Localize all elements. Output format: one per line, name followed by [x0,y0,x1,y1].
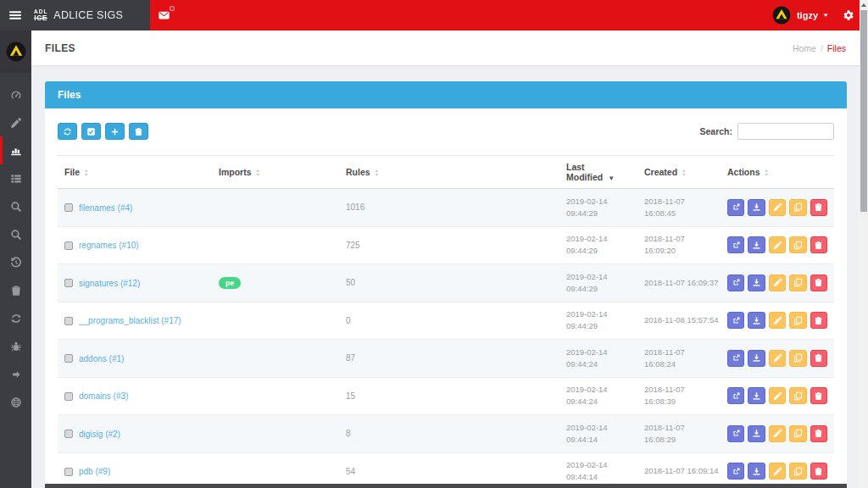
edit-button[interactable] [769,236,786,253]
row-checkbox[interactable] [64,392,73,401]
duplicate-button[interactable] [789,463,806,480]
open-button[interactable] [727,387,744,404]
download-button[interactable] [748,199,765,216]
column-header-created[interactable]: Created▲▼ [637,156,721,189]
add-button[interactable] [105,123,125,140]
sort-down-glyph: ▼ [375,173,379,177]
file-link[interactable]: regnames (#10) [79,241,139,250]
edit-button[interactable] [769,350,786,367]
avatar[interactable] [772,6,791,25]
delete-button[interactable] [810,350,827,367]
download-button[interactable] [748,425,765,442]
breadcrumb-home-link[interactable]: Home [793,43,816,53]
created-cell: 2018-11-07 16:08:45 [637,189,721,227]
open-button[interactable] [727,199,744,216]
open-button[interactable] [727,425,744,442]
sidebar-item-logout[interactable] [0,360,31,388]
duplicate-button[interactable] [789,350,806,367]
refresh-button[interactable] [58,123,77,140]
user-menu-button[interactable]: tigzy [797,10,829,20]
file-link[interactable]: filenames (#4) [79,203,132,213]
edit-button[interactable] [769,274,786,291]
sidebar-logo[interactable] [0,30,31,73]
gear-icon [843,9,854,21]
duplicate-button[interactable] [789,387,806,404]
delete-button[interactable] [810,312,827,329]
download-button[interactable] [748,236,765,253]
select-all-button[interactable] [81,123,101,140]
edit-button[interactable] [769,387,786,404]
delete-button[interactable] [810,274,827,291]
table-toolbar [58,123,148,140]
column-label: Actions [727,167,760,177]
menu-button[interactable] [8,9,23,21]
duplicate-button[interactable] [789,312,806,329]
row-checkbox[interactable] [64,468,73,476]
file-link[interactable]: signatures (#12) [79,279,140,288]
sidebar-item-lists[interactable] [0,164,31,192]
scrollbar-thumb[interactable] [860,10,867,212]
file-link[interactable]: addons (#1) [79,354,124,363]
duplicate-button[interactable] [789,425,806,442]
delete-button[interactable] [810,199,827,216]
delete-button[interactable] [810,387,827,404]
edit-button[interactable] [769,463,786,480]
scroll-up-arrow[interactable] [860,0,868,10]
download-button[interactable] [748,463,765,480]
delete-button[interactable] [129,123,148,140]
row-checkbox[interactable] [64,241,73,250]
row-checkbox[interactable] [64,430,73,438]
column-header-imports[interactable]: Imports▲▼ [212,156,339,189]
file-link[interactable]: __programs_blacklist (#17) [79,316,181,325]
column-header-file[interactable]: File▲▼ [58,156,212,189]
file-link[interactable]: pdb (#9) [79,467,110,476]
open-button[interactable] [727,236,744,253]
duplicate-button[interactable] [789,274,806,291]
search-input[interactable] [737,123,834,140]
sidebar-item-edit[interactable] [0,108,31,136]
page-scrollbar[interactable] [860,0,868,488]
edit-button[interactable] [769,425,786,442]
file-link[interactable]: digisig (#2) [79,430,120,439]
sidebar-item-sync[interactable] [0,304,31,332]
signout-icon [10,369,22,380]
column-header-actions[interactable]: Actions▲▼ [721,156,834,189]
delete-button[interactable] [810,463,827,480]
sidebar-item-dashboard[interactable] [0,80,31,108]
chart-icon [10,145,22,157]
open-button[interactable] [727,312,744,329]
copy-icon [793,278,803,287]
sidebar-item-advanced-search[interactable] [0,220,31,248]
delete-button[interactable] [810,236,827,253]
download-button[interactable] [748,274,765,291]
sidebar-item-web[interactable] [0,388,31,416]
row-checkbox[interactable] [64,203,73,212]
sidebar-item-files[interactable] [0,136,31,164]
open-button[interactable] [727,463,744,480]
download-button[interactable] [748,350,765,367]
messages-button[interactable] [158,9,170,21]
download-button[interactable] [748,387,765,404]
open-button[interactable] [727,274,744,291]
sidebar-item-history[interactable] [0,248,31,276]
imports-cell: pe [212,264,339,302]
sidebar-item-debug[interactable] [0,332,31,360]
sidebar-item-trash[interactable] [0,276,31,304]
edit-button[interactable] [769,199,786,216]
file-link[interactable]: domains (#3) [79,391,128,401]
column-header-rules[interactable]: Rules▲▼ [339,156,559,189]
row-checkbox[interactable] [64,317,73,325]
duplicate-button[interactable] [789,199,806,216]
column-label: Last Modified [566,162,603,182]
delete-button[interactable] [810,425,827,442]
copy-icon [793,467,803,476]
column-header-last-modified[interactable]: Last Modified▼ [559,156,637,189]
row-checkbox[interactable] [64,279,73,287]
edit-button[interactable] [769,312,786,329]
open-button[interactable] [727,350,744,367]
settings-button[interactable] [843,9,854,21]
download-button[interactable] [748,312,765,329]
duplicate-button[interactable] [789,236,806,253]
row-checkbox[interactable] [64,354,73,363]
sidebar-item-search[interactable] [0,192,31,220]
